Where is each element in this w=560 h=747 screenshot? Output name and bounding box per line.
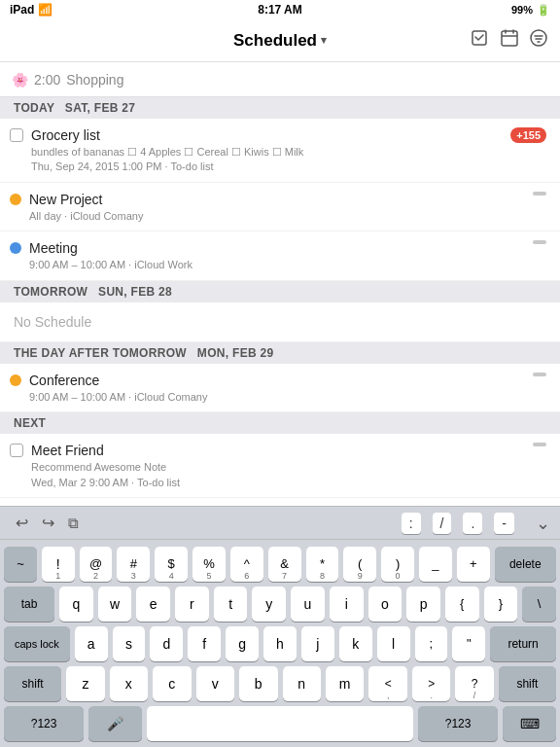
list-item[interactable]: New Project All day · iCloud Comany — [0, 183, 560, 231]
r-key[interactable]: r — [175, 587, 209, 622]
checklist-icon[interactable] — [471, 28, 490, 53]
f-key[interactable]: f — [188, 626, 221, 661]
semicolon-key[interactable]: ; — [415, 626, 448, 661]
status-bar: iPad 📶 8:17 AM 99% 🔋 — [0, 0, 560, 19]
caret-key[interactable]: ^6 — [230, 547, 263, 582]
keyboard-icon[interactable]: ⌨ — [503, 706, 556, 741]
checkbox-meetfriend[interactable] — [10, 444, 23, 457]
conference-content: Conference 9:00 AM – 10:00 AM · iCloud C… — [29, 372, 525, 404]
d-key[interactable]: d — [150, 626, 183, 661]
paste-icon[interactable]: ⧉ — [68, 515, 79, 532]
kb-toolbar-left: ↩ ↪ ⧉ — [10, 514, 386, 532]
no-schedule-label: No Schedule — [0, 302, 560, 342]
w-key[interactable]: w — [98, 587, 132, 622]
rparen-key[interactable]: )0 — [381, 547, 414, 582]
l-key[interactable]: l — [377, 626, 410, 661]
numbers-right-key[interactable]: ?123 — [418, 706, 498, 741]
redo-icon[interactable]: ↪ — [42, 514, 54, 532]
filter-icon[interactable] — [529, 28, 548, 53]
y-key[interactable]: y — [252, 587, 286, 622]
q-key[interactable]: q — [59, 587, 93, 622]
colon-key[interactable]: : — [402, 513, 421, 534]
status-left: iPad 📶 — [10, 3, 52, 17]
device-label: iPad — [10, 3, 34, 17]
pipe-key[interactable]: \ — [522, 587, 556, 622]
question-key[interactable]: ?/ — [455, 666, 493, 701]
checkbox-grocery[interactable] — [10, 128, 23, 142]
dash-key[interactable]: - — [494, 513, 514, 534]
p-key[interactable]: p — [406, 587, 440, 622]
exclaim-key[interactable]: !1 — [42, 547, 75, 582]
capslock-key[interactable]: caps lock — [4, 626, 70, 661]
tab-key[interactable]: tab — [4, 587, 54, 622]
h-key[interactable]: h — [263, 626, 297, 661]
delete-key[interactable]: delete — [495, 547, 556, 582]
k-key[interactable]: k — [339, 626, 372, 661]
rbrace-key[interactable]: } — [484, 587, 518, 622]
n-key[interactable]: n — [283, 666, 321, 701]
z-key[interactable]: z — [66, 666, 104, 701]
m-key[interactable]: m — [326, 666, 364, 701]
g-key[interactable]: g — [226, 626, 259, 661]
dollar-key[interactable]: $4 — [155, 547, 188, 582]
header-title-area[interactable]: Scheduled ▾ — [233, 31, 327, 51]
toolbar: 🌸 2:00 Shopping — [0, 62, 560, 97]
u-key[interactable]: u — [291, 587, 325, 622]
slash-key[interactable]: / — [433, 513, 452, 534]
undo-icon[interactable]: ↩ — [16, 514, 28, 532]
calendar-icon[interactable] — [500, 28, 519, 53]
keyboard-toolbar: ↩ ↪ ⧉ : / . - ⌄ — [0, 506, 560, 540]
j-key[interactable]: j — [301, 626, 334, 661]
equals-key[interactable]: + — [457, 547, 490, 582]
new-project-subtitle: All day · iCloud Comany — [29, 209, 525, 223]
gt-key[interactable]: >. — [412, 666, 450, 701]
meeting-content: Meeting 9:00 AM – 10:00 AM · iCloud Work — [29, 239, 525, 271]
hash-key[interactable]: #3 — [117, 547, 150, 582]
wifi-icon: 📶 — [38, 3, 52, 17]
new-project-badge — [533, 192, 546, 196]
a-key[interactable]: a — [75, 626, 108, 661]
dot-key[interactable]: . — [463, 513, 482, 534]
b-key[interactable]: b — [239, 666, 277, 701]
grocery-time: Thu, Sep 24, 2015 1:00 PM · To-do list — [31, 160, 503, 173]
meetfriend-content: Meet Friend Recommend Awesome Note Wed, … — [31, 442, 525, 489]
section-header-next: NEXT — [0, 412, 560, 434]
grocery-content: Grocery list bundles of bananas ☐ 4 Appl… — [31, 126, 503, 174]
x-key[interactable]: x — [110, 666, 148, 701]
shift-left-key[interactable]: shift — [4, 666, 61, 701]
lbrace-key[interactable]: { — [445, 587, 479, 622]
list-item[interactable]: Meet Friend Recommend Awesome Note Wed, … — [0, 434, 560, 498]
return-key[interactable]: return — [490, 626, 556, 661]
at-key[interactable]: @2 — [80, 547, 113, 582]
collapse-icon[interactable]: ⌄ — [536, 513, 550, 534]
list-item[interactable]: House Contract Wed, Mar 2 9:00 AM – 10:0… — [0, 498, 560, 506]
e-key[interactable]: e — [136, 587, 170, 622]
grocery-title: Grocery list — [31, 126, 503, 144]
quote-key[interactable]: " — [452, 626, 485, 661]
list-item[interactable]: Grocery list bundles of bananas ☐ 4 Appl… — [0, 119, 560, 183]
list-item[interactable]: Meeting 9:00 AM – 10:00 AM · iCloud Work — [0, 231, 560, 280]
t-key[interactable]: t — [214, 587, 248, 622]
amp-key[interactable]: &7 — [268, 547, 301, 582]
chevron-down-icon: ▾ — [321, 34, 327, 47]
v-key[interactable]: v — [196, 666, 234, 701]
star-key[interactable]: *8 — [306, 547, 339, 582]
svg-point-5 — [531, 30, 546, 46]
o-key[interactable]: o — [368, 587, 402, 622]
status-right: 99% 🔋 — [511, 4, 550, 17]
numbers-left-key[interactable]: ?123 — [4, 706, 84, 741]
meeting-title: Meeting — [29, 239, 525, 257]
percent-key[interactable]: %5 — [192, 547, 226, 582]
s-key[interactable]: s — [113, 626, 146, 661]
list-item[interactable]: Conference 9:00 AM – 10:00 AM · iCloud C… — [0, 364, 560, 412]
shift-right-key[interactable]: shift — [499, 666, 556, 701]
c-key[interactable]: c — [153, 666, 191, 701]
i-key[interactable]: i — [330, 587, 364, 622]
lparen-key[interactable]: (9 — [343, 547, 376, 582]
underscore-key[interactable]: _ — [419, 547, 452, 582]
tilde-key[interactable]: ~ — [4, 547, 37, 582]
toolbar-label: Shopping — [66, 72, 123, 88]
lt-key[interactable]: <, — [368, 666, 406, 701]
space-key[interactable] — [147, 706, 413, 741]
mic-key[interactable]: 🎤 — [88, 706, 142, 741]
